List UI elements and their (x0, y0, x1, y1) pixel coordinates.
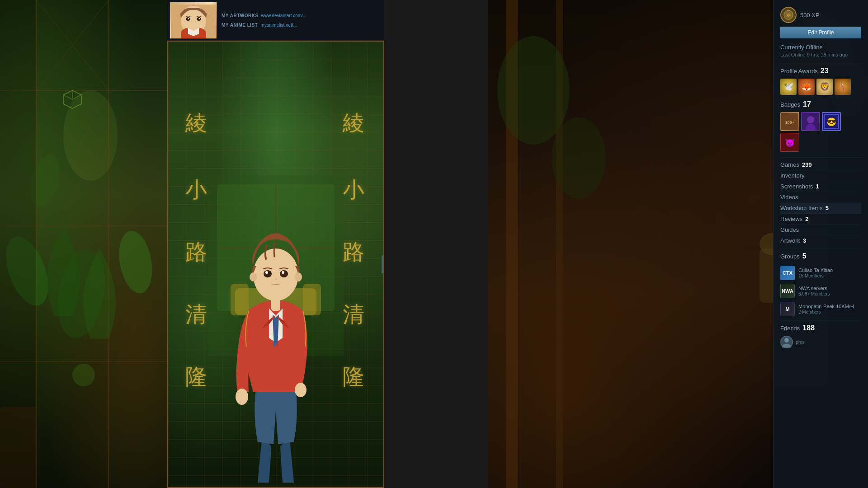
friend-name: pnp (796, 339, 804, 345)
profile-artwork: 綾小路清隆綾小路清隆 (167, 41, 384, 488)
status-section: Currently Offline Last Online 9 hrs, 18 … (780, 44, 861, 57)
badge-item-badge3[interactable]: 😎 (822, 112, 841, 131)
avatar-svg (171, 5, 216, 39)
nav-count-screenshots: 1 (816, 183, 819, 190)
svg-point-72 (784, 338, 789, 343)
badge-item-badge4[interactable]: 👿 (780, 133, 799, 152)
badges-count: 17 (803, 100, 811, 108)
friends-header: Friends 188 (780, 324, 861, 332)
artworks-url: www.deviantart.com/... (261, 13, 307, 18)
award-badge-award4[interactable]: 🦌 (835, 79, 851, 95)
group-info-ctx: Culiao Ta Xitiao 15 Members (798, 267, 861, 278)
group-item-mono[interactable]: M Monopatin-Peek 10KM/H 2 Members (780, 300, 861, 318)
anime-character (208, 175, 344, 483)
profile-sidebar: XP 500 XP Edit Profile Currently Offline… (773, 0, 868, 488)
artworks-link-row[interactable]: MY ARTWORKS www.deviantart.com/... (222, 13, 307, 18)
avatar (170, 2, 217, 39)
nav-item-workshop[interactable]: Workshop Items 5 (780, 203, 861, 214)
svg-point-54 (264, 270, 272, 277)
top-area: MY ARTWORKS www.deviantart.com/... MY AN… (167, 0, 384, 41)
nav-label-workshop: Workshop Items (780, 205, 823, 211)
avatar-image (170, 2, 217, 38)
groups-list: CTX Culiao Ta Xitiao 15 Members NWA NWA … (780, 264, 861, 318)
award-badge-award1[interactable]: 🕊️ (780, 79, 797, 95)
nav-item-reviews[interactable]: Reviews 2 (780, 214, 861, 225)
svg-point-50 (236, 389, 248, 405)
svg-point-51 (295, 383, 307, 397)
jp-char: 小 (185, 175, 207, 204)
separator-2 (780, 157, 861, 158)
nav-label-videos: Videos (780, 194, 798, 201)
nav-count-reviews: 2 (805, 216, 808, 222)
jp-char: 隆 (185, 362, 207, 391)
jp-char: 綾 (343, 108, 364, 137)
separator-3 (780, 248, 861, 249)
links-column: MY ARTWORKS www.deviantart.com/... MY AN… (222, 13, 307, 28)
group-avatar-ctx: CTX (780, 266, 795, 280)
separator (780, 64, 861, 64)
svg-point-59 (295, 272, 302, 282)
group-name-ctx: Culiao Ta Xitiao (798, 267, 861, 273)
award-badge-award3[interactable]: 🦁 (816, 79, 833, 95)
animelist-url: myanimelist.net/... (260, 23, 297, 28)
group-info-mono: Monopatin-Peek 10KM/H 2 Members (798, 304, 861, 314)
nav-count-artwork: 3 (803, 237, 806, 244)
svg-point-53 (253, 249, 298, 301)
badges-header: Badges 17 (780, 100, 861, 108)
nav-count-workshop: 5 (826, 205, 829, 211)
nav-label-reviews: Reviews (780, 216, 802, 222)
jp-char: 小 (343, 175, 364, 204)
nav-item-guides[interactable]: Guides (780, 225, 861, 235)
group-avatar-nwa: NWA (780, 284, 795, 298)
nav-label-inventory: Inventory (780, 172, 804, 179)
xp-badge-icon: XP (783, 9, 794, 20)
jp-char: 路 (185, 238, 207, 267)
jp-char: 清 (343, 300, 364, 329)
svg-point-42 (198, 18, 200, 19)
badge-item-badge1[interactable]: 100+ (780, 112, 799, 131)
group-item-ctx[interactable]: CTX Culiao Ta Xitiao 15 Members (780, 264, 861, 282)
group-item-nwa[interactable]: NWA NWA servers 6,087 Members (780, 282, 861, 300)
groups-section: Groups 5 CTX Culiao Ta Xitiao 15 Members… (780, 252, 861, 318)
animelist-link-row[interactable]: MY ANIME LIST myanimelist.net/... (222, 23, 307, 28)
artworks-label: MY ARTWORKS (222, 13, 259, 18)
nav-item-artwork[interactable]: Artwork 3 (780, 235, 861, 246)
svg-rect-49 (303, 284, 321, 315)
jp-char: 綾 (185, 108, 207, 137)
svg-point-57 (282, 271, 284, 274)
jp-char: 隆 (343, 362, 364, 391)
jp-char: 清 (185, 300, 207, 329)
friends-label: Friends (780, 325, 800, 332)
nav-item-games[interactable]: Games 239 (780, 160, 861, 170)
badges-row: 100+😎👿 (780, 112, 861, 152)
group-info-nwa: NWA servers 6,087 Members (798, 286, 861, 296)
separator-4 (780, 320, 861, 320)
nav-items: Games 239 Inventory Screenshots 1 Videos… (780, 160, 861, 246)
xp-badge: XP (780, 7, 797, 23)
nav-item-screenshots[interactable]: Screenshots 1 (780, 181, 861, 192)
friends-section: Friends 188 pnp (780, 324, 861, 348)
svg-text:XP: XP (786, 14, 791, 17)
awards-row: 🕊️🦊🦁🦌 (780, 79, 861, 95)
profile-awards-count: 23 (821, 67, 829, 75)
nav-item-videos[interactable]: Videos (780, 192, 861, 203)
groups-label: Groups (780, 253, 800, 260)
animelist-label: MY ANIME LIST (222, 23, 258, 28)
nav-label-artwork: Artwork (780, 237, 800, 244)
nav-count-games: 239 (802, 161, 812, 168)
svg-point-55 (280, 270, 288, 277)
group-members-nwa: 6,087 Members (798, 291, 861, 296)
xp-value: 500 XP (800, 12, 820, 19)
status-subtitle: Last Online 9 hrs, 18 mins ago (780, 52, 861, 57)
scroll-indicator[interactable] (382, 255, 383, 273)
groups-header: Groups 5 (780, 252, 861, 260)
svg-point-65 (807, 116, 814, 123)
nav-item-inventory[interactable]: Inventory (780, 170, 861, 181)
award-badge-award2[interactable]: 🦊 (798, 79, 815, 95)
friends-preview: pnp (780, 336, 861, 348)
nav-label-screenshots: Screenshots (780, 183, 813, 190)
badge-item-badge2[interactable] (801, 112, 820, 131)
artwork-background: 綾小路清隆綾小路清隆 (168, 42, 383, 487)
group-name-nwa: NWA servers (798, 286, 861, 291)
edit-profile-button[interactable]: Edit Profile (780, 27, 861, 38)
